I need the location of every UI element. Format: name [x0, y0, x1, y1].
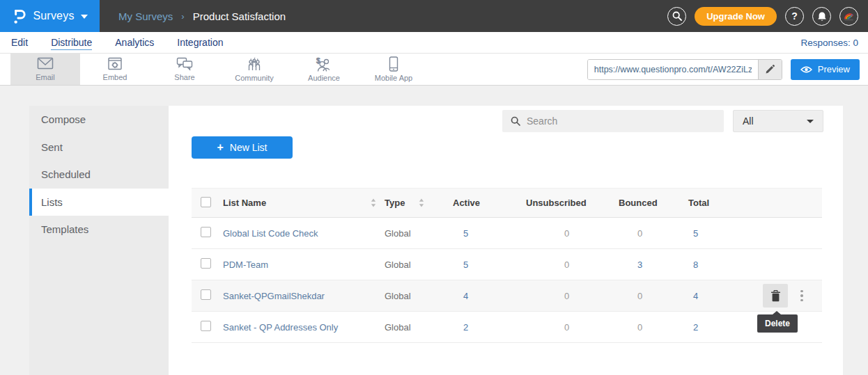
breadcrumb-my-surveys[interactable]: My Surveys — [118, 10, 173, 22]
question-mark-icon: ? — [791, 10, 798, 22]
unsubscribed-count-link[interactable]: 0 — [564, 322, 569, 333]
tab-integration[interactable]: Integration — [177, 35, 223, 49]
tab-share[interactable]: Share — [150, 54, 219, 85]
table-row[interactable]: Global List Code Check Global 5 0 0 5 — [192, 218, 822, 249]
lists-panel: Compose Sent Scheduled Lists Templates A… — [29, 106, 843, 375]
mobile-app-icon — [389, 56, 398, 72]
sidebar-item-sent[interactable]: Sent — [29, 134, 169, 161]
surveys-app-menu[interactable]: Surveys — [0, 0, 100, 32]
sidebar-item-templates[interactable]: Templates — [29, 216, 169, 244]
column-header-bounced: Bounced — [619, 198, 688, 208]
sort-icon[interactable] — [419, 198, 424, 207]
chevron-down-icon — [81, 15, 88, 19]
list-name-link[interactable]: Sanket-QPGmailShekdar — [223, 291, 325, 301]
table-row[interactable]: Sanket-QPGmailShekdar Global 4 0 0 4 Del… — [192, 280, 822, 312]
delete-tooltip: Delete — [757, 314, 798, 333]
account-gauge-avatar[interactable] — [839, 7, 858, 26]
share-icon — [176, 57, 193, 71]
active-count-link[interactable]: 2 — [463, 322, 468, 333]
tab-label: Community — [235, 74, 274, 82]
chevron-down-icon — [807, 120, 814, 123]
row-menu-button[interactable] — [798, 287, 806, 305]
tab-analytics[interactable]: Analytics — [115, 35, 154, 49]
toolbar-right: Preview — [587, 59, 860, 80]
preview-button[interactable]: Preview — [791, 59, 860, 80]
list-search-box — [502, 110, 724, 132]
bounced-count-link[interactable]: 3 — [637, 260, 642, 270]
total-count-link[interactable]: 4 — [693, 291, 698, 301]
edit-url-button[interactable] — [758, 60, 782, 79]
sidebar-item-lists[interactable]: Lists — [29, 189, 169, 216]
row-checkbox[interactable] — [201, 289, 211, 300]
bell-icon — [817, 11, 827, 22]
survey-url-box — [587, 59, 782, 80]
total-count-link[interactable]: 2 — [693, 322, 698, 333]
table-row[interactable]: Sanket - QP Addresses Only Global 2 0 0 … — [192, 312, 822, 343]
row-checkbox[interactable] — [201, 258, 211, 269]
tab-audience[interactable]: $ Audience — [289, 54, 359, 85]
bounced-count-link[interactable]: 0 — [637, 291, 642, 301]
lists-content: All + New List List Name Type — [169, 106, 843, 375]
list-type: Global — [385, 260, 411, 270]
row-checkbox[interactable] — [201, 227, 211, 237]
column-header-unsubscribed: Unsubscribed — [526, 198, 619, 208]
audience-icon: $ — [316, 57, 332, 72]
column-header-list-name[interactable]: List Name — [223, 198, 266, 208]
new-list-button[interactable]: + New List — [192, 136, 293, 159]
survey-url-input[interactable] — [588, 60, 758, 79]
active-count-link[interactable]: 5 — [463, 228, 468, 239]
responses-count[interactable]: Responses: 0 — [800, 38, 858, 48]
search-button[interactable] — [667, 7, 686, 26]
active-count-link[interactable]: 4 — [463, 291, 468, 301]
list-name-link[interactable]: Sanket - QP Addresses Only — [223, 322, 338, 333]
plus-icon: + — [217, 142, 223, 153]
sidebar-item-scheduled[interactable]: Scheduled — [29, 161, 169, 189]
notifications-button[interactable] — [812, 7, 831, 26]
select-all-checkbox[interactable] — [201, 197, 211, 207]
search-input[interactable] — [527, 115, 715, 127]
lists-table: List Name Type Active Unsubscribed Bounc… — [192, 188, 822, 343]
community-icon — [246, 57, 263, 72]
search-icon — [672, 11, 682, 21]
trash-icon — [770, 290, 781, 302]
tab-distribute[interactable]: Distribute — [51, 35, 92, 50]
preview-label: Preview — [818, 64, 850, 74]
unsubscribed-count-link[interactable]: 0 — [564, 291, 569, 301]
delete-button[interactable] — [763, 284, 788, 308]
breadcrumb: My Surveys › Product Satisfaction — [118, 10, 286, 22]
active-count-link[interactable]: 5 — [463, 260, 468, 270]
tab-label: Embed — [103, 73, 127, 81]
unsubscribed-count-link[interactable]: 0 — [564, 228, 569, 239]
column-header-active: Active — [453, 198, 526, 208]
email-icon — [37, 57, 54, 71]
total-count-link[interactable]: 5 — [693, 228, 698, 239]
tab-mobile-app[interactable]: Mobile App — [359, 54, 428, 85]
breadcrumb-separator: › — [181, 11, 184, 22]
help-button[interactable]: ? — [785, 7, 804, 26]
tab-edit[interactable]: Edit — [11, 35, 28, 49]
tab-label: Email — [36, 73, 55, 81]
eye-icon — [800, 65, 812, 74]
filter-selected-value: All — [743, 115, 754, 127]
tab-embed[interactable]: Embed — [80, 54, 150, 85]
bounced-count-link[interactable]: 0 — [637, 322, 642, 333]
sort-icon[interactable] — [371, 198, 376, 207]
bounced-count-link[interactable]: 0 — [637, 228, 642, 239]
list-name-link[interactable]: PDM-Team — [223, 260, 268, 270]
tab-label: Share — [174, 73, 194, 81]
total-count-link[interactable]: 8 — [693, 260, 698, 270]
unsubscribed-count-link[interactable]: 0 — [564, 260, 569, 270]
table-header-row: List Name Type Active Unsubscribed Bounc… — [192, 188, 822, 218]
column-header-type[interactable]: Type — [385, 198, 405, 208]
table-row[interactable]: PDM-Team Global 5 0 3 8 — [192, 249, 822, 280]
list-filter-dropdown[interactable]: All — [733, 110, 823, 132]
list-name-link[interactable]: Global List Code Check — [223, 228, 318, 239]
tab-community[interactable]: Community — [219, 54, 289, 85]
pencil-icon — [765, 65, 775, 74]
upgrade-now-button[interactable]: Upgrade Now — [695, 7, 777, 26]
search-icon — [511, 116, 520, 126]
tab-email[interactable]: Email — [10, 54, 80, 85]
sidebar-item-compose[interactable]: Compose — [29, 106, 169, 134]
questionpro-logo-icon — [12, 8, 26, 25]
row-checkbox[interactable] — [201, 321, 211, 331]
